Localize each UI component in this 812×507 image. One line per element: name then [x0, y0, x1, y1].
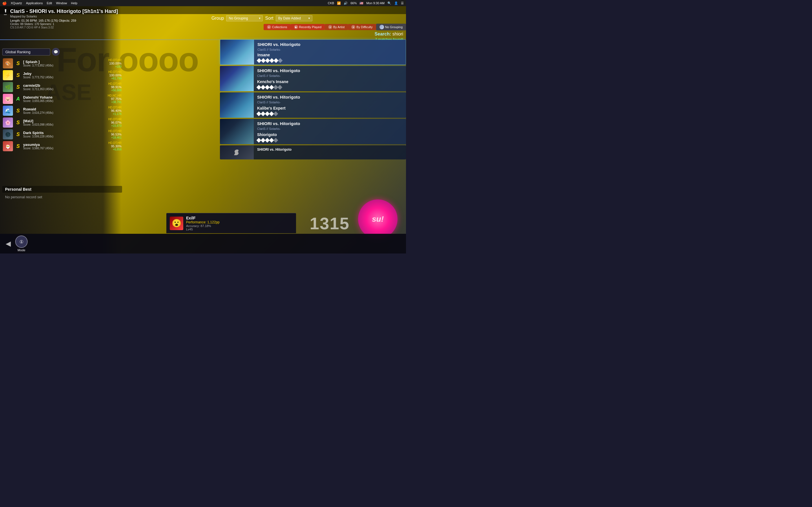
mapped-by: Mapped by Sotarks	[10, 15, 193, 18]
lb-acc-4: 97.75%	[108, 97, 121, 101]
song-title-5: SHIORI vs. Hitorigoto	[257, 148, 403, 152]
song-thumb-3	[220, 93, 254, 118]
song-meta2: Circles: 88 Sliders: 170 Spinners: 1	[10, 22, 193, 25]
lb-avatar-3: 🌿	[3, 82, 13, 92]
lb-rank-5: S	[14, 108, 22, 114]
back-button[interactable]: ◀	[6, 240, 11, 247]
lb-mods-2: HD,DT,HR 100.00% +61,799	[108, 70, 121, 80]
tab-collections-label: Collections	[272, 25, 287, 29]
lb-entry-6[interactable]: 🌸 S [MaU] Score: 3,615,098 (458x) HD,DT,…	[2, 117, 122, 128]
lb-avatar-5-img: 🌊	[3, 106, 13, 116]
song-objects: Objects: 259	[59, 19, 76, 22]
lb-entry-4[interactable]: 🐷 A Datenshi Yohane Score: 3,655,065 (45…	[2, 93, 122, 105]
lb-avatar-6: 🌸	[3, 117, 13, 128]
lb-mods-5: HD,DT,HR 96.40% +1,176	[108, 106, 121, 115]
lb-score-2: Score: 3,773,752 (458x)	[23, 76, 53, 79]
by-difficulty-icon: ♦	[351, 25, 355, 29]
search-icon[interactable]: 🔍	[388, 1, 391, 5]
song-item-5[interactable]: SHIORI vs. Hitorigoto	[220, 145, 406, 159]
lb-info-7: Dark Spirits Score: 3,599,228 (458x)	[23, 131, 53, 138]
lb-name-3: carmiel2b	[23, 83, 53, 88]
window-menu[interactable]: Window	[56, 1, 67, 5]
lb-mods-label-2: HD,DT,HR	[108, 70, 121, 73]
user-icon[interactable]: 👤	[394, 1, 398, 5]
popup-info: ExilF Performance: 1,122pp Accuracy: 87.…	[186, 216, 293, 231]
song-info-4: SHIORI vs. Hitorigoto ClariS // Sotarks-…	[254, 119, 406, 144]
menu-icon[interactable]: ☰	[401, 1, 404, 5]
lb-acc-8: 95.30%	[108, 145, 121, 148]
lb-info-3: carmiel2b Score: 3,711,953 (458x)	[23, 83, 53, 91]
lb-pp-2: +61,799	[108, 77, 121, 80]
song-artist-3: ClariS // Sotarks-	[257, 101, 403, 104]
song-info-2: SHIORI vs. Hitorigoto ClariS // Sotarks-…	[254, 66, 406, 91]
search-term[interactable]: shiori	[393, 32, 403, 36]
lb-info-5: Ruwaid Score: 3,616,274 (458x)	[23, 107, 53, 114]
song-info-1: SHIORI vs. Hitorigoto ClariS // Sotarks-…	[254, 40, 406, 64]
lb-info-2: Jeby Score: 3,773,752 (458x)	[23, 71, 53, 79]
song-stars-2	[257, 86, 403, 89]
lb-name-6: [MaU]	[23, 119, 53, 123]
edit-menu[interactable]: Edit	[47, 1, 52, 5]
song-item-1[interactable]: SHIORI vs. Hitorigoto ClariS // Sotarks-…	[220, 40, 406, 65]
tab-by-difficulty[interactable]: ♦ By Difficulty	[348, 24, 376, 30]
lb-pp-1: +100	[108, 65, 121, 68]
lb-name-4: Datenshi Yohane	[23, 95, 53, 100]
lb-score-6: Score: 3,615,098 (458x)	[23, 123, 53, 126]
song-stars-4	[257, 138, 403, 142]
search-label: Search:	[375, 32, 391, 36]
lb-entry-3[interactable]: 🌿 S carmiel2b Score: 3,711,953 (458x) HD…	[2, 81, 122, 93]
volume-icon: 🔊	[344, 1, 348, 5]
song-item-3[interactable]: SHIORI vs. Hitorigoto ClariS // Sotarks-…	[220, 93, 406, 118]
song-item-2[interactable]: SHIORI vs. Hitorigoto ClariS // Sotarks-…	[220, 66, 406, 91]
tab-by-artist[interactable]: ♦ By Artist	[325, 24, 348, 30]
sort-dropdown[interactable]: By Date Added	[276, 15, 312, 21]
lb-entry-2[interactable]: ⚡ S Jeby Score: 3,773,752 (458x) HD,DT,H…	[2, 69, 122, 81]
popup-avatar: 😮	[170, 217, 183, 230]
lb-mods-label-7: HD,DT,HR	[108, 129, 121, 133]
lb-info-1: [ Splash ] Score: 3,773,852 (458x)	[23, 60, 53, 67]
song-stars-1	[257, 59, 402, 62]
xquartz-menu[interactable]: XQuartz	[11, 1, 22, 5]
song-difficulty-4: Shiorigoto	[257, 132, 403, 137]
tab-no-grouping[interactable]: No Grouping	[376, 24, 406, 31]
bottom-bar: ◀ ① Mode	[0, 234, 406, 253]
lb-avatar-4: 🐷	[3, 94, 13, 104]
no-grouping-avatar	[379, 25, 384, 29]
lb-pp-8: +6,858	[108, 148, 121, 151]
lb-entry-1[interactable]: 🎨 S [ Splash ] Score: 3,773,852 (458x) H…	[2, 57, 122, 69]
lb-score-4: Score: 3,655,065 (458x)	[23, 100, 53, 103]
ckb-status: CKB	[328, 1, 335, 5]
star-2-6	[278, 85, 283, 90]
song-info-5: SHIORI vs. Hitorigoto	[254, 145, 406, 159]
group-dropdown[interactable]: No Grouping	[226, 15, 263, 21]
filter-tabs: ♦ Collections ▶ Recently Played ♦ By Art…	[264, 24, 406, 31]
star-4-5	[273, 138, 278, 143]
apple-menu[interactable]: 🍎	[2, 1, 7, 5]
mode-button[interactable]: ① Mode	[15, 235, 28, 252]
song-item-4[interactable]: SHIORI vs. Hitorigoto ClariS // Sotarks-…	[220, 119, 406, 144]
chat-button[interactable]: 💬	[52, 48, 60, 56]
tab-recently-played[interactable]: ▶ Recently Played	[291, 24, 325, 30]
tab-by-difficulty-label: By Difficulty	[356, 25, 372, 29]
osu-logo[interactable]: su!	[358, 200, 398, 239]
song-difficulty-2: Kencho's Insane	[257, 79, 403, 84]
song-title-4: SHIORI vs. Hitorigoto	[257, 121, 403, 126]
lb-info-6: [MaU] Score: 3,615,098 (458x)	[23, 119, 53, 126]
no-record-text: No personal record set	[2, 194, 122, 200]
lb-avatar-7: 🌑	[3, 129, 13, 139]
lb-name-2: Jeby	[23, 71, 53, 76]
lb-entry-7[interactable]: 🌑 S Dark Spirits Score: 3,599,228 (458x)…	[2, 128, 122, 140]
lb-rank-7: S	[14, 131, 22, 137]
lb-entry-5[interactable]: 🌊 S Ruwaid Score: 3,616,274 (458x) HD,DT…	[2, 105, 122, 117]
lb-avatar-7-img: 🌑	[3, 129, 13, 139]
ranking-select[interactable]: Global Ranking	[2, 48, 50, 55]
applications-menu[interactable]: Applications	[26, 1, 43, 5]
recently-played-icon: ▶	[294, 25, 298, 29]
tab-collections[interactable]: ♦ Collections	[264, 24, 291, 30]
song-difficulty-1: Insane	[257, 53, 402, 57]
lb-mods-8: HD,DT,HR 95.30% +6,858	[108, 142, 121, 151]
lb-entry-8[interactable]: 🎅 S yasumiya Score: 3,580,767 (456x) HD,…	[2, 140, 122, 152]
help-menu[interactable]: Help	[71, 1, 78, 5]
lb-rank-4: A	[14, 96, 22, 102]
song-title: ClariS - SHIORI vs. Hitorigoto [Sh1n1's …	[10, 8, 193, 14]
